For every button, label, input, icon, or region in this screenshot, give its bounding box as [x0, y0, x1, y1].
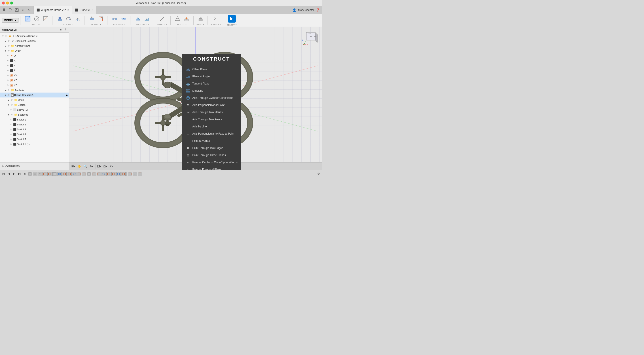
tree-item-sketch5[interactable]: 👁 ⬛ Sketch5	[0, 137, 69, 142]
xy-eye[interactable]: 👁	[6, 74, 10, 77]
timeline-step-10[interactable]	[72, 172, 76, 176]
tree-item-bodies[interactable]: ▼ 👁 📁 Bodies	[0, 102, 69, 107]
tree-item-sketch4[interactable]: 👁 ⬛ Sketch4	[0, 132, 69, 137]
maximize-button[interactable]	[10, 2, 13, 4]
sketch1-eye[interactable]: 👁	[10, 118, 12, 121]
origin-eye[interactable]: 👁	[7, 49, 10, 52]
construct-panel[interactable]: CONSTRUCT Offset Plane Plane at Angle Ta…	[182, 54, 241, 170]
measure-button[interactable]	[158, 15, 166, 22]
doc-settings-eye[interactable]: 👁	[7, 39, 10, 42]
fillet-button[interactable]	[96, 15, 105, 22]
xz-eye[interactable]: 👁	[6, 79, 10, 82]
timeline-end-button[interactable]: ▶|	[22, 172, 27, 176]
named-views-toggle[interactable]: ▶	[4, 44, 7, 48]
3d-print-button[interactable]	[196, 15, 205, 22]
construct-item-point-3planes[interactable]: ⊞ Point Through Three Planes	[184, 152, 239, 159]
timeline-step-19[interactable]	[116, 172, 121, 176]
tab-close-button-2[interactable]: ✕	[92, 9, 94, 11]
zoom-options-button[interactable]: ⊕▾	[89, 164, 94, 169]
tree-item-origin[interactable]: ▼ 👁 📁 Origin	[0, 48, 69, 53]
tree-item-yz[interactable]: 👁 ▣ YZ	[0, 83, 69, 88]
timeline-step-17[interactable]	[106, 172, 111, 176]
sketch5-eye[interactable]: 👁	[10, 138, 12, 141]
sketch1b-eye[interactable]: 👁	[10, 143, 12, 146]
timeline-step-12[interactable]	[82, 172, 86, 176]
new-tab-button[interactable]: ＋	[96, 6, 104, 14]
timeline-step-18[interactable]	[111, 172, 116, 176]
tree-item-sketch1[interactable]: 👁 ⬛ Sketch1	[0, 117, 69, 122]
help-icon[interactable]: ❓	[316, 8, 320, 12]
timeline-step-2[interactable]	[33, 172, 37, 176]
scripts-button[interactable]	[212, 15, 220, 22]
environment-button[interactable]: ☀▾	[109, 164, 114, 169]
extrude-button[interactable]	[56, 15, 64, 22]
tree-item-analysis[interactable]: ▶ 👁 📁 Analysis	[0, 88, 69, 92]
joint-button[interactable]	[110, 15, 119, 22]
bodies-toggle[interactable]: ▼	[7, 103, 10, 106]
browser-options-icon[interactable]: ⋮	[63, 28, 67, 32]
construct-group-label[interactable]: CONSTRUCT ▼	[135, 23, 150, 26]
timeline-step-1[interactable]	[28, 172, 32, 176]
analysis-toggle[interactable]: ▶	[4, 88, 7, 92]
timeline-step-16[interactable]	[102, 172, 106, 176]
construct-item-axis-2planes[interactable]: ⋈ Axis Through Two Planes	[184, 109, 239, 116]
timeline-step-13[interactable]	[87, 172, 91, 176]
display-mode-button[interactable]: 🖼▾	[96, 164, 102, 169]
dc-origin-eye[interactable]: 👁	[10, 98, 14, 102]
revolve-button[interactable]	[64, 15, 73, 22]
inspect-group-label[interactable]: INSPECT ▼	[156, 23, 168, 26]
comments-bar[interactable]: COMMENTS	[0, 162, 69, 170]
redo-button[interactable]: ↪	[27, 8, 32, 12]
tree-item-dc-origin[interactable]: ▶ 👁 📁 Origin	[0, 98, 69, 102]
timeline-step-8[interactable]	[62, 172, 67, 176]
minimize-button[interactable]	[6, 2, 9, 4]
construct-item-point-edges[interactable]: ✕ Point Through Two Edges	[184, 144, 239, 152]
timeline-step-11[interactable]	[77, 172, 82, 176]
construct-item-plane-angle[interactable]: Plane at Angle	[184, 73, 239, 80]
browser-collapse-button[interactable]: ◀	[1, 28, 3, 31]
insert-mesh-button[interactable]	[173, 15, 182, 22]
tree-item-z[interactable]: 👁 ⬛ Z	[0, 68, 69, 73]
timeline-step-6[interactable]	[52, 172, 57, 176]
tree-item-sketch3[interactable]: 👁 ⬛ Sketch3	[0, 127, 69, 132]
addins-group-label[interactable]: ADD-INS ▼	[210, 23, 221, 26]
root-toggle[interactable]: ▼	[1, 34, 4, 38]
sketch-group-label[interactable]: SKETCH ▼	[32, 23, 42, 26]
modify-group-label[interactable]: MODIFY ▼	[91, 23, 101, 26]
body1-eye[interactable]: 👁	[10, 108, 12, 111]
construct-item-axis-line[interactable]: — Axis by Line	[184, 123, 239, 130]
tree-item-sketches[interactable]: ▼ 👁 📁 Sketches	[0, 112, 69, 117]
construct-item-point-edge-plane[interactable]: ◇ Point at Edge and Plane	[184, 166, 239, 170]
z-eye[interactable]: 👁	[6, 69, 10, 72]
tab-drone-v1[interactable]: ⬛ Drone v1 ✕	[72, 6, 96, 14]
construct-item-axis-perp-pt[interactable]: ⊕ Axis Perpendicular at Point	[184, 102, 239, 109]
tree-item-drone-chassis[interactable]: ▼ 👁 ▣ Drone Chassis:1 ●	[0, 92, 69, 98]
undo-button[interactable]: ↩	[20, 8, 26, 12]
construct-item-point-vertex[interactable]: · Point at Vertex	[184, 137, 239, 144]
construct-item-midplane[interactable]: Midplane	[184, 87, 239, 94]
sketches-toggle[interactable]: ▼	[7, 113, 10, 116]
construct-item-axis-cylinder[interactable]: Axis Through Cylinder/Cone/Torus	[184, 94, 239, 102]
drone-chassis-toggle[interactable]: ▼	[4, 94, 7, 96]
timeline-next-button[interactable]: ▶|	[17, 172, 22, 176]
construct-item-point-center[interactable]: ○ Point at Center of Circle/Sphere/Torus	[184, 159, 239, 166]
timeline-step-9[interactable]	[67, 172, 72, 176]
timeline-step-23[interactable]	[138, 172, 142, 176]
model-dropdown[interactable]: MODEL ▼	[2, 18, 19, 22]
root-eye-icon[interactable]: 👁	[4, 34, 8, 38]
y-eye[interactable]: 👁	[6, 64, 10, 67]
assemble-group-label[interactable]: ASSEMBLE ▼	[113, 23, 126, 26]
timeline-step-14[interactable]	[92, 172, 96, 176]
insert-svg-button[interactable]	[182, 15, 191, 22]
bodies-eye[interactable]: 👁	[10, 103, 14, 106]
visual-style-button[interactable]: ◻▾	[103, 164, 108, 169]
sketch2-eye[interactable]: 👁	[10, 123, 12, 126]
timeline-play-button[interactable]: ▶	[12, 172, 16, 176]
grid-display-button[interactable]: ⊞▾	[71, 164, 76, 169]
sweep-button[interactable]	[73, 15, 82, 22]
plane-at-angle-button[interactable]	[142, 15, 151, 22]
analysis-eye[interactable]: 👁	[7, 88, 10, 92]
tree-item-x[interactable]: 👁 ⬛ X	[0, 58, 69, 63]
finish-sketch-button[interactable]	[32, 15, 41, 22]
timeline-settings-button[interactable]: ⚙	[316, 172, 321, 176]
